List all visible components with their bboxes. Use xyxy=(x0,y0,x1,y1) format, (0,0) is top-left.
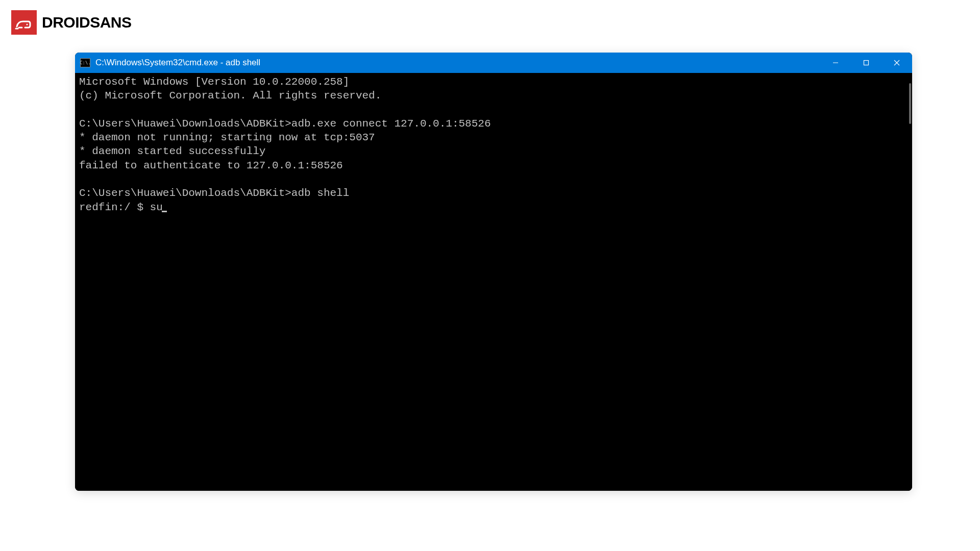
terminal-line: Microsoft Windows [Version 10.0.22000.25… xyxy=(79,76,349,88)
window-controls xyxy=(820,53,912,73)
svg-rect-2 xyxy=(864,61,869,65)
cmd-icon: C:\. xyxy=(80,58,90,67)
terminal-line: C:\Users\Huawei\Downloads\ADBKit>adb.exe… xyxy=(79,118,491,130)
terminal-window: C:\. C:\Windows\System32\cmd.exe - adb s… xyxy=(75,53,912,491)
watermark-logo: DROIDSANS xyxy=(11,10,132,35)
svg-point-0 xyxy=(27,24,28,26)
minimize-button[interactable] xyxy=(820,53,851,73)
scrollbar[interactable] xyxy=(909,83,911,124)
terminal-body[interactable]: Microsoft Windows [Version 10.0.22000.25… xyxy=(75,73,912,491)
window-title: C:\Windows\System32\cmd.exe - adb shell xyxy=(95,58,260,68)
logo-icon xyxy=(11,10,37,35)
cursor-icon xyxy=(162,211,167,212)
terminal-line: (c) Microsoft Corporation. All rights re… xyxy=(79,90,381,102)
terminal-line: * daemon started successfully xyxy=(79,145,265,157)
close-button[interactable] xyxy=(881,53,912,73)
terminal-output: Microsoft Windows [Version 10.0.22000.25… xyxy=(79,75,908,214)
terminal-line: * daemon not running; starting now at tc… xyxy=(79,132,375,143)
terminal-line: redfin:/ $ su xyxy=(79,202,163,213)
maximize-button[interactable] xyxy=(851,53,881,73)
terminal-line: C:\Users\Huawei\Downloads\ADBKit>adb she… xyxy=(79,187,349,199)
logo-text: DROIDSANS xyxy=(42,14,132,31)
titlebar[interactable]: C:\. C:\Windows\System32\cmd.exe - adb s… xyxy=(75,53,912,73)
terminal-line: failed to authenticate to 127.0.0.1:5852… xyxy=(79,160,343,171)
